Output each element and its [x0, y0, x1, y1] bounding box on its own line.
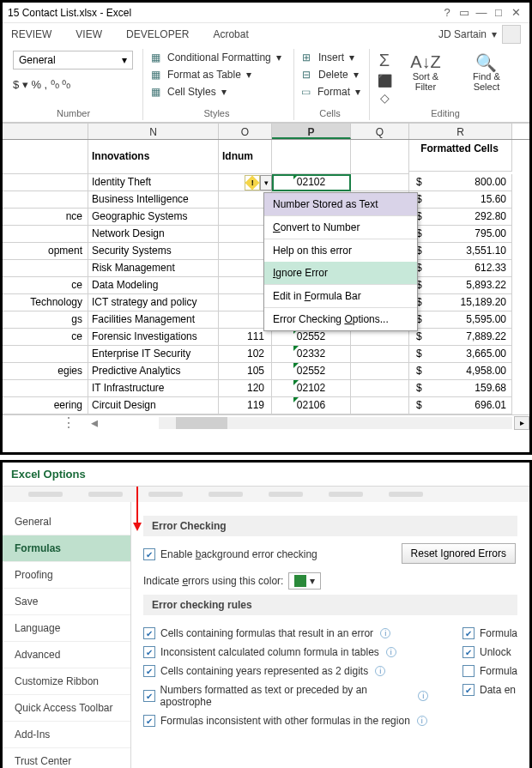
- cell-innovation[interactable]: Enterprise IT Security: [88, 346, 219, 363]
- table-row[interactable]: IT Infrastructure12002102$159.68: [3, 380, 529, 397]
- ctx-item[interactable]: Convert to Number: [264, 216, 417, 239]
- cell-code[interactable]: 02332: [272, 346, 351, 363]
- autosum-icon[interactable]: Σ: [375, 51, 394, 70]
- format-button[interactable]: ▭Format ▾: [299, 85, 360, 99]
- cell-innovation[interactable]: Security Systems: [88, 243, 219, 260]
- nav-item-customize-ribbon[interactable]: Customize Ribbon: [3, 668, 130, 695]
- grid[interactable]: Innovations Idnum Formatted Cells Identi…: [3, 140, 529, 414]
- cell-amount[interactable]: $612.33: [409, 260, 512, 277]
- table-row[interactable]: Enterprise IT Security10202332$3,665.00: [3, 346, 529, 363]
- horiz-scrollbar[interactable]: ⋮ ◂ ▸: [3, 414, 529, 430]
- cell-amount[interactable]: $5,893.22: [409, 277, 512, 294]
- table-row[interactable]: ceForensic Investigations11102552$7,889.…: [3, 329, 529, 346]
- cell-q[interactable]: [351, 346, 409, 363]
- table-row[interactable]: egiesPredictive Analytics10502552$4,958.…: [3, 363, 529, 380]
- cell-amount[interactable]: $4,958.00: [409, 363, 512, 380]
- info-icon[interactable]: i: [417, 716, 427, 726]
- rule-checkbox[interactable]: Unlock: [462, 646, 517, 658]
- col-hdr-r[interactable]: R: [409, 124, 512, 139]
- nav-item-proofing[interactable]: Proofing: [3, 562, 130, 589]
- col-hdr-blank[interactable]: [3, 124, 88, 139]
- number-format-buttons[interactable]: $ ▾ % , ⁰₀ ⁰₀: [13, 78, 134, 91]
- sort-filter-button[interactable]: A↓Z Sort & Filter: [399, 51, 452, 94]
- sheet-tabs-area[interactable]: ⋮ ◂: [3, 414, 157, 431]
- cell-code[interactable]: 02552: [272, 363, 351, 380]
- nav-item-advanced[interactable]: Advanced: [3, 642, 130, 668]
- cell-amount[interactable]: $3,551.10: [409, 243, 512, 260]
- fill-icon[interactable]: ⬛: [375, 74, 394, 88]
- cell-innovation[interactable]: Geographic Systems: [88, 209, 219, 226]
- rule-checkbox[interactable]: Numbers formatted as text or preceded by…: [143, 684, 428, 708]
- col-hdr-q[interactable]: Q: [351, 124, 409, 139]
- cell-amount[interactable]: $159.68: [409, 380, 512, 397]
- insert-button[interactable]: ⊞Insert ▾: [299, 51, 360, 64]
- cell-innovation[interactable]: Circuit Design: [88, 397, 219, 414]
- rule-checkbox[interactable]: Cells containing formulas that result in…: [143, 627, 428, 639]
- cell-amount[interactable]: $15.60: [409, 191, 512, 209]
- help-icon[interactable]: ?: [438, 6, 456, 19]
- maximize-icon[interactable]: □: [490, 6, 507, 19]
- cell-idnum[interactable]: 120: [219, 380, 272, 397]
- tab-acrobat[interactable]: Acrobat: [213, 28, 248, 40]
- cell-amount[interactable]: $15,189.20: [409, 294, 512, 311]
- info-icon[interactable]: i: [386, 647, 396, 657]
- close-icon[interactable]: ✕: [507, 6, 524, 19]
- cell-amount[interactable]: $800.00: [409, 174, 512, 191]
- nav-item-save[interactable]: Save: [3, 589, 130, 615]
- cell-code[interactable]: 02102: [272, 380, 351, 397]
- cell-innovation[interactable]: Identity Theft: [88, 174, 219, 191]
- nav-item-language[interactable]: Language: [3, 615, 130, 642]
- scroll-right-button[interactable]: ▸: [514, 416, 529, 430]
- cell-amount[interactable]: $292.80: [409, 209, 512, 226]
- rule-checkbox[interactable]: Formula: [462, 665, 517, 677]
- rule-checkbox[interactable]: Cells containing years represented as 2 …: [143, 665, 428, 677]
- cell-q[interactable]: [351, 380, 409, 397]
- account-user[interactable]: JD Sartain ▾: [438, 25, 521, 44]
- col-hdr-p[interactable]: P: [272, 124, 351, 139]
- cell-amount[interactable]: $5,595.00: [409, 311, 512, 329]
- cell-idnum[interactable]: 102: [219, 346, 272, 363]
- cell-amount[interactable]: $795.00: [409, 226, 512, 243]
- info-icon[interactable]: i: [375, 666, 385, 676]
- ribbon-options-icon[interactable]: ▭: [456, 6, 473, 19]
- cell-amount[interactable]: $7,889.22: [409, 329, 512, 346]
- cell-innovation[interactable]: Predictive Analytics: [88, 363, 219, 380]
- ctx-item[interactable]: Edit in Formula Bar: [264, 285, 417, 307]
- cell-innovation[interactable]: Data Modeling: [88, 277, 219, 294]
- error-color-picker[interactable]: ▾: [288, 572, 321, 590]
- ctx-item[interactable]: Ignore Error: [264, 262, 417, 284]
- nav-item-formulas[interactable]: Formulas: [3, 535, 130, 562]
- minimize-icon[interactable]: —: [473, 6, 490, 19]
- cell-q[interactable]: [351, 174, 409, 191]
- cell-code[interactable]: 02106: [272, 397, 351, 414]
- cell-innovation[interactable]: Business Intelligence: [88, 191, 219, 209]
- nav-item-trust-center[interactable]: Trust Center: [3, 748, 130, 768]
- error-dropdown-button[interactable]: ▾: [260, 175, 272, 190]
- cell-innovation[interactable]: Forensic Investigations: [88, 329, 219, 346]
- cell-innovation[interactable]: Network Design: [88, 226, 219, 243]
- ctx-item[interactable]: Help on this error: [264, 239, 417, 262]
- format-as-table-button[interactable]: ▦Format as Table ▾: [148, 68, 285, 82]
- cell-innovation[interactable]: Risk Management: [88, 260, 219, 277]
- cell-amount[interactable]: $3,665.00: [409, 346, 512, 363]
- cell-code[interactable]: 02552: [272, 329, 351, 346]
- cell-innovation[interactable]: ICT strategy and policy: [88, 294, 219, 311]
- nav-item-quick-access-toolbar[interactable]: Quick Access Toolbar: [3, 695, 130, 722]
- cell-idnum[interactable]: 119: [219, 397, 272, 414]
- cell-innovation[interactable]: IT Infrastructure: [88, 380, 219, 397]
- tab-developer[interactable]: DEVELOPER: [126, 28, 189, 40]
- nav-item-general[interactable]: General: [3, 509, 130, 535]
- cell-amount[interactable]: $696.01: [409, 397, 512, 414]
- reset-ignored-errors-button[interactable]: Reset Ignored Errors: [402, 543, 516, 564]
- cell-idnum[interactable]: 105: [219, 363, 272, 380]
- rule-checkbox[interactable]: Formula: [462, 627, 517, 639]
- table-row[interactable]: eeringCircuit Design11902106$696.01: [3, 397, 529, 414]
- cell-styles-button[interactable]: ▦Cell Styles ▾: [148, 85, 285, 99]
- clear-icon[interactable]: ◇: [375, 91, 394, 105]
- info-icon[interactable]: i: [380, 628, 390, 638]
- cell-innovation[interactable]: Facilities Management: [88, 311, 219, 329]
- error-indicator-icon[interactable]: !: [245, 175, 260, 190]
- col-hdr-n[interactable]: N: [88, 124, 219, 139]
- tab-review[interactable]: REVIEW: [11, 28, 51, 40]
- cell-q[interactable]: [351, 329, 409, 346]
